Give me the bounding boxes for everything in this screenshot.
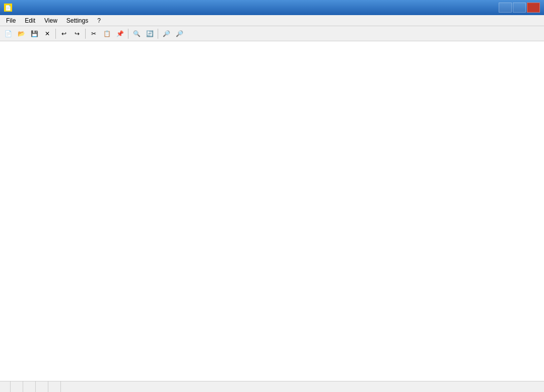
file-size <box>11 381 23 392</box>
replace-button[interactable]: 🔄 <box>144 28 156 40</box>
new-button[interactable]: 📄 <box>2 28 14 40</box>
open-button[interactable]: 📂 <box>15 28 27 40</box>
title-bar: 📄 <box>0 0 544 15</box>
separator-1 <box>55 29 56 39</box>
menu-help[interactable]: ? <box>93 16 105 25</box>
menu-bar: File Edit View Settings ? <box>0 15 544 26</box>
redo-button[interactable]: ↪ <box>71 28 83 40</box>
copy-button[interactable]: 📋 <box>101 28 113 40</box>
cursor-position <box>4 381 11 392</box>
separator-2 <box>85 29 86 39</box>
encoding <box>23 381 36 392</box>
minimize-button[interactable] <box>499 3 512 13</box>
menu-settings[interactable]: Settings <box>62 16 92 25</box>
app-icon: 📄 <box>4 4 12 12</box>
editor-container <box>0 41 544 381</box>
status-bar <box>0 381 544 392</box>
zoom-out-button[interactable]: 🔎 <box>160 28 172 40</box>
menu-file[interactable]: File <box>2 16 20 25</box>
toolbar: 📄 📂 💾 ✕ ↩ ↪ ✂ 📋 📌 🔍 🔄 🔎 🔎 <box>0 26 544 41</box>
find-button[interactable]: 🔍 <box>130 28 143 40</box>
cut-button[interactable]: ✂ <box>88 28 100 40</box>
line-ending <box>36 381 48 392</box>
save-button[interactable]: 💾 <box>28 28 40 40</box>
menu-edit[interactable]: Edit <box>21 16 39 25</box>
close-button[interactable] <box>527 3 540 13</box>
separator-3 <box>128 29 128 39</box>
editor-scroll[interactable] <box>0 41 544 381</box>
maximize-button[interactable] <box>513 3 526 13</box>
separator-4 <box>158 29 158 39</box>
paste-button[interactable]: 📌 <box>114 28 126 40</box>
undo-button[interactable]: ↩ <box>58 28 70 40</box>
language-mode <box>61 381 73 392</box>
close-file-button[interactable]: ✕ <box>41 28 53 40</box>
zoom-in-button[interactable]: 🔎 <box>173 28 185 40</box>
menu-view[interactable]: View <box>40 16 61 25</box>
window-controls <box>499 3 540 13</box>
ins-mode <box>48 381 61 392</box>
